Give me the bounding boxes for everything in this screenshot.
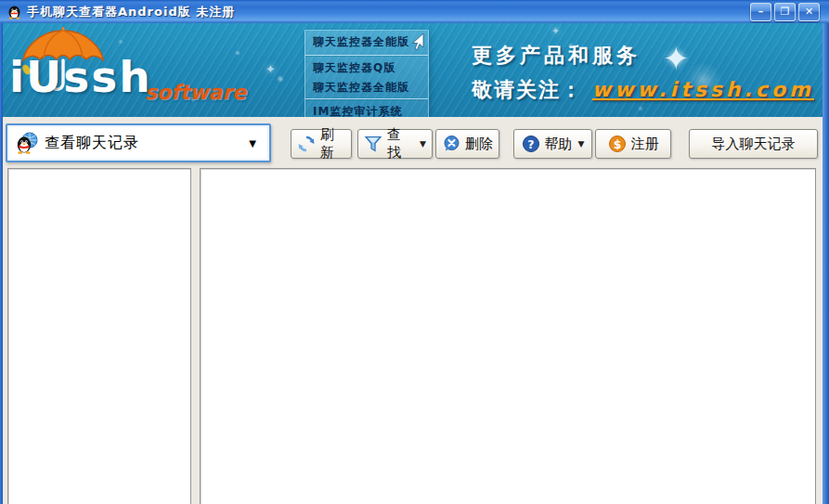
import-records-button[interactable]: 导入聊天记录: [689, 129, 818, 159]
iussh-logo: iUssh software iUssh software: [6, 23, 256, 117]
titlebar[interactable]: 手机聊天查看器Android版 未注册 – ❐ ✕: [0, 0, 829, 23]
qq-globe-icon: [15, 131, 39, 155]
window-title: 手机聊天查看器Android版 未注册: [27, 4, 235, 20]
window-frame-right: [823, 23, 829, 504]
svg-text:?: ?: [527, 137, 534, 151]
website-link[interactable]: www.itssh.com: [592, 78, 814, 101]
help-dropdown-arrow-icon: ▼: [578, 139, 585, 149]
follow-prefix: 敬请关注：: [472, 78, 583, 101]
delete-label: 删除: [465, 136, 493, 153]
find-label: 查找: [387, 126, 414, 162]
import-label: 导入聊天记录: [712, 136, 796, 153]
window-frame-left: [0, 23, 3, 504]
find-button[interactable]: 查找 ▼: [357, 129, 433, 159]
app-penguin-icon: [6, 4, 22, 19]
delete-button[interactable]: 删除: [435, 129, 499, 159]
logo-text: iUssh: [9, 51, 152, 102]
menu-item-im-audit[interactable]: IM监控审计系统: [305, 102, 428, 117]
maximize-button[interactable]: ❐: [774, 3, 796, 21]
close-button[interactable]: ✕: [798, 3, 820, 21]
find-dropdown-arrow-icon: ▼: [420, 139, 426, 149]
combo-value: 查看聊天记录: [45, 134, 139, 153]
promo-title: 更多产品和服务: [472, 42, 641, 70]
help-label: 帮助: [545, 136, 573, 153]
sparkle-star-icon: ✦: [266, 62, 276, 76]
logo-reflection: iUssh software: [6, 103, 256, 117]
product-menu: 聊天监控器全能版 聊天监控器Q版 聊天监控器全能版 IM监控审计系统 .....…: [304, 30, 429, 117]
menu-item-monitor-q[interactable]: 聊天监控器Q版: [305, 58, 428, 78]
logo-subtext: software: [145, 81, 246, 104]
promo-follow-line: 敬请关注： www.itssh.com: [472, 76, 814, 104]
cursor-arrow-icon: [411, 33, 424, 51]
combo-dropdown-arrow-icon: ▼: [249, 138, 256, 149]
refresh-icon: [297, 135, 316, 153]
menu-separator: [305, 55, 428, 57]
svg-text:$: $: [613, 137, 621, 151]
refresh-label: 刷新: [320, 126, 345, 162]
chat-records-panel[interactable]: [200, 168, 816, 504]
register-label: 注册: [631, 136, 659, 153]
view-records-combobox[interactable]: 查看聊天记录 ▼: [6, 123, 271, 162]
help-button[interactable]: ? 帮助 ▼: [513, 129, 592, 159]
menu-item-monitor-allinone[interactable]: 聊天监控器全能版: [305, 32, 428, 54]
register-button[interactable]: $ 注册: [595, 129, 671, 159]
find-funnel-icon: [364, 135, 382, 153]
menu-separator: [305, 98, 428, 100]
sparkle-star-icon: ✦: [551, 25, 560, 37]
promo-banner: ✦ ✦ ✦ iUssh software iU: [0, 23, 829, 117]
help-icon: ?: [522, 135, 540, 153]
contacts-list-panel[interactable]: [7, 168, 191, 504]
register-dollar-icon: $: [608, 135, 627, 153]
delete-icon: [442, 135, 460, 153]
menu-item-monitor-all[interactable]: 聊天监控器全能版: [305, 78, 428, 97]
minimize-button[interactable]: –: [750, 3, 771, 21]
app-window: 手机聊天查看器Android版 未注册 – ❐ ✕ ✦ ✦ ✦ iUssh: [0, 0, 829, 504]
sparkle-star-icon: ✦: [663, 40, 690, 77]
refresh-button[interactable]: 刷新: [291, 129, 352, 159]
